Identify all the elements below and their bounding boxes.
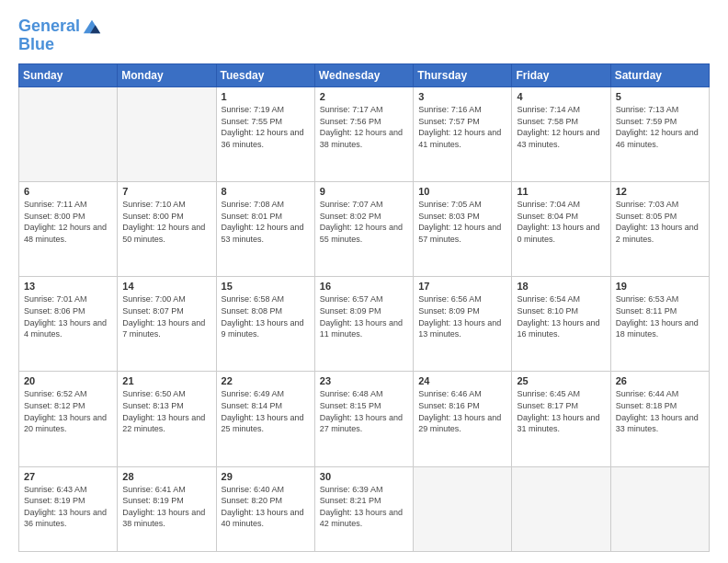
calendar-cell: 21Sunrise: 6:50 AM Sunset: 8:13 PM Dayli…: [118, 372, 216, 466]
calendar-cell: 30Sunrise: 6:39 AM Sunset: 8:21 PM Dayli…: [314, 466, 413, 551]
day-info: Sunrise: 6:50 AM Sunset: 8:13 PM Dayligh…: [122, 388, 210, 434]
calendar-cell: 25Sunrise: 6:45 AM Sunset: 8:17 PM Dayli…: [512, 372, 610, 466]
day-number: 1: [222, 91, 310, 102]
day-number: 21: [122, 375, 210, 386]
calendar-cell: [414, 466, 512, 551]
day-number: 4: [517, 91, 605, 102]
calendar-cell: 17Sunrise: 6:56 AM Sunset: 8:09 PM Dayli…: [414, 277, 512, 372]
day-info: Sunrise: 6:57 AM Sunset: 8:09 PM Dayligh…: [320, 293, 408, 339]
day-number: 3: [418, 91, 506, 102]
day-info: Sunrise: 7:10 AM Sunset: 8:00 PM Dayligh…: [122, 199, 210, 245]
day-info: Sunrise: 6:48 AM Sunset: 8:15 PM Dayligh…: [320, 388, 408, 434]
day-info: Sunrise: 7:16 AM Sunset: 7:57 PM Dayligh…: [418, 104, 506, 150]
day-info: Sunrise: 7:13 AM Sunset: 7:59 PM Dayligh…: [616, 104, 704, 150]
calendar-cell: 7Sunrise: 7:10 AM Sunset: 8:00 PM Daylig…: [118, 182, 216, 277]
calendar-cell: 20Sunrise: 6:52 AM Sunset: 8:12 PM Dayli…: [19, 372, 118, 466]
day-number: 12: [616, 186, 704, 197]
day-number: 2: [320, 91, 408, 102]
page: General Blue SundayMondayTuesdayWednesda…: [0, 0, 728, 563]
logo-text: General: [18, 17, 80, 36]
day-number: 6: [24, 186, 112, 197]
week-row-4: 27Sunrise: 6:43 AM Sunset: 8:19 PM Dayli…: [19, 466, 710, 551]
day-info: Sunrise: 7:14 AM Sunset: 7:58 PM Dayligh…: [517, 104, 605, 150]
day-info: Sunrise: 6:40 AM Sunset: 8:20 PM Dayligh…: [222, 484, 310, 530]
day-info: Sunrise: 6:58 AM Sunset: 8:08 PM Dayligh…: [222, 293, 310, 339]
calendar-header-row: SundayMondayTuesdayWednesdayThursdayFrid…: [19, 64, 710, 87]
day-number: 15: [222, 281, 310, 292]
day-info: Sunrise: 6:49 AM Sunset: 8:14 PM Dayligh…: [222, 388, 310, 434]
day-info: Sunrise: 7:19 AM Sunset: 7:55 PM Dayligh…: [222, 104, 310, 150]
day-info: Sunrise: 7:05 AM Sunset: 8:03 PM Dayligh…: [418, 199, 506, 245]
day-info: Sunrise: 7:11 AM Sunset: 8:00 PM Dayligh…: [24, 199, 112, 245]
week-row-3: 20Sunrise: 6:52 AM Sunset: 8:12 PM Dayli…: [19, 372, 710, 466]
day-header-tuesday: Tuesday: [216, 64, 314, 87]
day-number: 29: [222, 471, 310, 482]
day-number: 13: [24, 281, 112, 292]
calendar-cell: 15Sunrise: 6:58 AM Sunset: 8:08 PM Dayli…: [216, 277, 314, 372]
calendar-cell: 26Sunrise: 6:44 AM Sunset: 8:18 PM Dayli…: [610, 372, 709, 466]
day-number: 16: [320, 281, 408, 292]
calendar-cell: 9Sunrise: 7:07 AM Sunset: 8:02 PM Daylig…: [314, 182, 413, 277]
day-header-sunday: Sunday: [19, 64, 118, 87]
calendar-cell: 11Sunrise: 7:04 AM Sunset: 8:04 PM Dayli…: [512, 182, 610, 277]
logo: General Blue: [18, 17, 102, 54]
calendar-cell: 6Sunrise: 7:11 AM Sunset: 8:00 PM Daylig…: [19, 182, 118, 277]
calendar-cell: 29Sunrise: 6:40 AM Sunset: 8:20 PM Dayli…: [216, 466, 314, 551]
calendar-cell: 14Sunrise: 7:00 AM Sunset: 8:07 PM Dayli…: [118, 277, 216, 372]
calendar-cell: 16Sunrise: 6:57 AM Sunset: 8:09 PM Dayli…: [314, 277, 413, 372]
day-number: 11: [517, 186, 605, 197]
day-number: 28: [122, 471, 210, 482]
day-info: Sunrise: 7:08 AM Sunset: 8:01 PM Dayligh…: [222, 199, 310, 245]
day-info: Sunrise: 6:44 AM Sunset: 8:18 PM Dayligh…: [616, 388, 704, 434]
day-header-wednesday: Wednesday: [314, 64, 413, 87]
calendar-cell: 10Sunrise: 7:05 AM Sunset: 8:03 PM Dayli…: [414, 182, 512, 277]
calendar-cell: 13Sunrise: 7:01 AM Sunset: 8:06 PM Dayli…: [19, 277, 118, 372]
calendar-cell: [19, 87, 118, 182]
day-info: Sunrise: 7:07 AM Sunset: 8:02 PM Dayligh…: [320, 199, 408, 245]
day-info: Sunrise: 6:39 AM Sunset: 8:21 PM Dayligh…: [320, 484, 408, 530]
day-number: 14: [122, 281, 210, 292]
day-number: 25: [517, 375, 605, 386]
header: General Blue: [18, 17, 710, 54]
calendar-table: SundayMondayTuesdayWednesdayThursdayFrid…: [18, 63, 710, 552]
week-row-1: 6Sunrise: 7:11 AM Sunset: 8:00 PM Daylig…: [19, 182, 710, 277]
calendar-cell: 5Sunrise: 7:13 AM Sunset: 7:59 PM Daylig…: [610, 87, 709, 182]
calendar-cell: 3Sunrise: 7:16 AM Sunset: 7:57 PM Daylig…: [414, 87, 512, 182]
calendar-cell: [512, 466, 610, 551]
calendar-cell: 18Sunrise: 6:54 AM Sunset: 8:10 PM Dayli…: [512, 277, 610, 372]
logo-general: General: [18, 17, 80, 35]
day-number: 17: [418, 281, 506, 292]
calendar-cell: 27Sunrise: 6:43 AM Sunset: 8:19 PM Dayli…: [19, 466, 118, 551]
day-info: Sunrise: 7:00 AM Sunset: 8:07 PM Dayligh…: [122, 293, 210, 339]
day-number: 30: [320, 471, 408, 482]
day-number: 24: [418, 375, 506, 386]
day-info: Sunrise: 6:54 AM Sunset: 8:10 PM Dayligh…: [517, 293, 605, 339]
calendar-cell: 4Sunrise: 7:14 AM Sunset: 7:58 PM Daylig…: [512, 87, 610, 182]
calendar-cell: [118, 87, 216, 182]
calendar-cell: 22Sunrise: 6:49 AM Sunset: 8:14 PM Dayli…: [216, 372, 314, 466]
week-row-0: 1Sunrise: 7:19 AM Sunset: 7:55 PM Daylig…: [19, 87, 710, 182]
calendar-cell: 28Sunrise: 6:41 AM Sunset: 8:19 PM Dayli…: [118, 466, 216, 551]
day-number: 27: [24, 471, 112, 482]
day-info: Sunrise: 7:17 AM Sunset: 7:56 PM Dayligh…: [320, 104, 408, 150]
calendar-cell: 24Sunrise: 6:46 AM Sunset: 8:16 PM Dayli…: [414, 372, 512, 466]
day-number: 10: [418, 186, 506, 197]
day-number: 19: [616, 281, 704, 292]
day-info: Sunrise: 6:53 AM Sunset: 8:11 PM Dayligh…: [616, 293, 704, 339]
day-info: Sunrise: 6:52 AM Sunset: 8:12 PM Dayligh…: [24, 388, 112, 434]
day-info: Sunrise: 7:03 AM Sunset: 8:05 PM Dayligh…: [616, 199, 704, 245]
calendar-cell: 12Sunrise: 7:03 AM Sunset: 8:05 PM Dayli…: [610, 182, 709, 277]
day-number: 22: [222, 375, 310, 386]
day-header-friday: Friday: [512, 64, 610, 87]
day-header-monday: Monday: [118, 64, 216, 87]
day-number: 5: [616, 91, 704, 102]
day-number: 26: [616, 375, 704, 386]
day-info: Sunrise: 6:45 AM Sunset: 8:17 PM Dayligh…: [517, 388, 605, 434]
calendar-cell: 23Sunrise: 6:48 AM Sunset: 8:15 PM Dayli…: [314, 372, 413, 466]
logo-blue: Blue: [18, 35, 102, 54]
day-number: 7: [122, 186, 210, 197]
day-info: Sunrise: 6:41 AM Sunset: 8:19 PM Dayligh…: [122, 484, 210, 530]
day-header-thursday: Thursday: [414, 64, 512, 87]
day-number: 18: [517, 281, 605, 292]
day-number: 9: [320, 186, 408, 197]
